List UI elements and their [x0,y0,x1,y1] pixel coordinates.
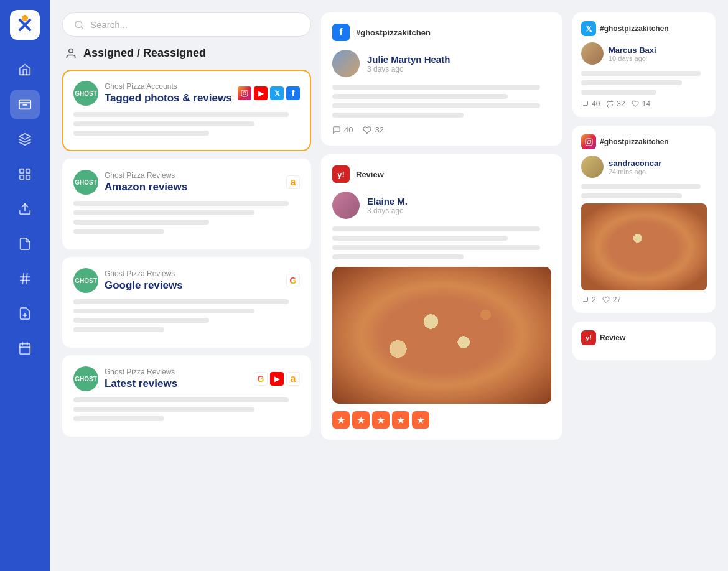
card-1-skeleton [73,112,300,136]
post-1-comments: 40 [332,125,353,134]
ghost-avatar-3: GHOST [73,268,98,293]
facebook-badge: f [332,24,350,41]
svg-point-21 [243,92,246,95]
youtube-icon: ▶ [254,86,268,100]
julie-avatar [332,50,360,77]
main-content: Search... Assigned / Reassigned GHOST Gh… [50,0,728,571]
card-3-account: Ghost Pizza Reviews [105,269,183,278]
rpost-1-likes: 14 [632,100,650,108]
search-bar[interactable]: Search... [62,12,311,37]
card-2-title: Amazon reviews [105,181,187,193]
star-1: ★ [332,411,350,429]
card-1-account: Ghost Pizza Accounts [105,82,232,91]
svg-point-19 [69,49,73,53]
star-4: ★ [392,411,409,429]
card-4-title: Latest reviews [105,378,177,390]
sidebar-item-hashtag[interactable] [10,264,40,294]
sidebar-item-calendar[interactable] [10,333,40,363]
svg-line-18 [81,27,83,29]
card-4-skeleton [73,397,300,421]
youtube-icon-2: ▶ [270,372,284,386]
svg-point-22 [246,91,246,92]
sidebar-item-layers[interactable] [10,124,40,154]
post-2-header: y! Review [332,165,551,183]
post-2-user-row: Elaine M. 3 days ago [332,192,551,219]
heart-icon-1 [363,126,371,134]
svg-rect-4 [20,175,24,179]
rpost-1-comment-count: 40 [592,100,600,108]
facebook-icon: f [286,86,300,100]
sidebar-item-document[interactable] [10,229,40,259]
twitter-icon-1: 𝕏 [270,86,284,100]
post-2-platform-label: Review [356,170,384,179]
post-2-image [332,267,551,404]
comment-icon-r1 [581,100,589,108]
card-4-platforms: G ▶ a [254,372,300,386]
post-1-header: f #ghostpizzakitchen [332,24,551,41]
card-amazon-reviews[interactable]: GHOST Ghost Pizza Reviews Amazon reviews… [62,159,311,249]
card-2-account: Ghost Pizza Reviews [105,171,187,180]
amazon-icon-2: a [286,372,300,386]
rpost-2-image [581,203,707,290]
app-logo [10,10,40,40]
post-1-comment-count: 40 [344,125,353,134]
svg-rect-20 [241,90,248,96]
rpost-instagram: #ghostpizzakitchen sandraconcar 24 mins … [572,126,716,313]
svg-point-25 [590,139,590,140]
svg-point-17 [75,21,82,28]
twitter-badge: 𝕏 [581,21,596,36]
rpost-twitter: 𝕏 #ghostpizzakitchen Marcus Baxi 10 days… [572,12,716,117]
rpost-2-comment-count: 2 [592,295,596,304]
section-title: Assigned / Reassigned [65,47,311,60]
rpost-1-retweet-count: 32 [617,100,625,108]
post-1-platform-label: #ghostpizzakitchen [356,28,431,37]
post-card-yelp: y! Review Elaine M. 3 days ago [321,154,562,440]
rpost-2-likes: 27 [602,295,621,304]
rpost-1-comments: 40 [581,100,600,108]
card-3-skeleton [73,299,300,332]
post-1-stats: 40 32 [332,125,551,134]
post-2-username: Elaine M. [367,196,408,207]
instagram-icon-r [585,138,593,146]
elaine-avatar [332,192,360,219]
user-icon [65,47,77,60]
google-icon: G [286,274,300,287]
sidebar-item-inbox[interactable] [10,90,40,119]
card-4-account: Ghost Pizza Reviews [105,368,177,376]
instagram-icon [238,86,251,100]
post-1-content [332,85,551,118]
yelp-badge-r: y! [581,330,596,345]
card-latest-reviews[interactable]: GHOST Ghost Pizza Reviews Latest reviews… [62,355,311,437]
svg-rect-3 [26,169,30,173]
sidebar-item-upload[interactable] [10,194,40,224]
rpost-3-label: Review [600,333,625,342]
post-1-username: Julie Martyn Heath [367,54,450,65]
rpost-1-content [581,71,707,95]
sandra-avatar [581,156,604,178]
sidebar-item-grid[interactable] [10,159,40,189]
post-1-likes: 32 [363,125,383,134]
google-icon-2: G [254,372,268,386]
card-tagged-photos[interactable]: GHOST Ghost Pizza Accounts Tagged photos… [62,70,311,151]
post-2-stars: ★ ★ ★ ★ ★ [332,411,551,429]
sidebar-item-home[interactable] [10,55,40,85]
sidebar-item-add-doc[interactable] [10,299,40,328]
ghost-avatar-1: GHOST [73,81,98,106]
rpost-2-username: sandraconcar [609,159,661,168]
post-card-facebook: f #ghostpizzakitchen Julie Martyn Heath … [321,12,562,146]
card-3-platforms: G [286,274,300,287]
rpost-2-platform: #ghostpizzakitchen [581,134,707,149]
card-1-platforms: ▶ 𝕏 f [238,86,300,100]
sidebar [0,0,50,571]
rpost-2-label: #ghostpizzakitchen [600,137,669,146]
rpost-yelp: y! Review [572,322,716,360]
rpost-1-like-count: 14 [642,100,650,108]
rpost-3-platform: y! Review [581,330,707,345]
svg-point-24 [587,140,590,143]
marcus-avatar [581,42,604,65]
rpost-2-stats: 2 27 [581,295,707,304]
middle-panel: f #ghostpizzakitchen Julie Martyn Heath … [321,12,562,559]
card-1-title: Tagged photos & reviews [105,92,232,104]
svg-rect-5 [26,175,30,179]
card-google-reviews[interactable]: GHOST Ghost Pizza Reviews Google reviews… [62,257,311,348]
